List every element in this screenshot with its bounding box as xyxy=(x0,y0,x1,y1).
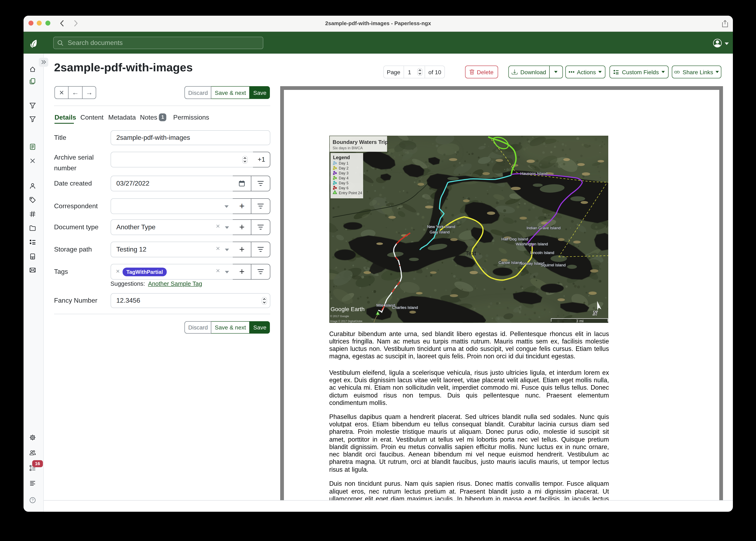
svg-text:?: ? xyxy=(32,498,34,502)
svg-text:Canoe Island: Canoe Island xyxy=(498,261,521,265)
svg-text:Day 3: Day 3 xyxy=(339,171,348,176)
svg-text:Image © 2017 DigitalGlobe: Image © 2017 DigitalGlobe xyxy=(330,320,362,323)
svg-text:Day 2: Day 2 xyxy=(339,166,348,171)
svg-text:Hausons Island: Hausons Island xyxy=(520,172,547,176)
svg-text:Day 5: Day 5 xyxy=(339,181,348,185)
svg-text:Squirrel Island: Squirrel Island xyxy=(540,263,565,268)
svg-text:Google Earth: Google Earth xyxy=(330,306,364,312)
svg-text:Charlies Island: Charlies Island xyxy=(392,305,418,310)
svg-text:Lincoln Island: Lincoln Island xyxy=(530,251,554,255)
svg-text:3 mi: 3 mi xyxy=(576,319,583,323)
svg-text:Entry Point 24: Entry Point 24 xyxy=(339,191,362,195)
svg-text:Day 6: Day 6 xyxy=(339,186,348,190)
svg-text:Washington Island: Washington Island xyxy=(516,242,548,247)
svg-text:Gary Island: Gary Island xyxy=(429,230,449,235)
svg-text:New York Island: New York Island xyxy=(427,225,455,229)
svg-text:Legend: Legend xyxy=(333,155,350,161)
svg-text:Day 1: Day 1 xyxy=(339,162,348,166)
svg-text:Half Dog Island: Half Dog Island xyxy=(501,237,528,242)
svg-text:Six days in BWCA: Six days in BWCA xyxy=(332,146,363,150)
svg-text:© 2017 Google: © 2017 Google xyxy=(330,315,349,318)
svg-text:Day 4: Day 4 xyxy=(339,176,348,181)
svg-text:Text: Text xyxy=(465,250,476,257)
svg-text:Boundary Waters Trip: Boundary Waters Trip xyxy=(332,139,388,145)
svg-text:Indian Grave Island: Indian Grave Island xyxy=(526,226,560,230)
svg-text:N: N xyxy=(593,310,597,316)
